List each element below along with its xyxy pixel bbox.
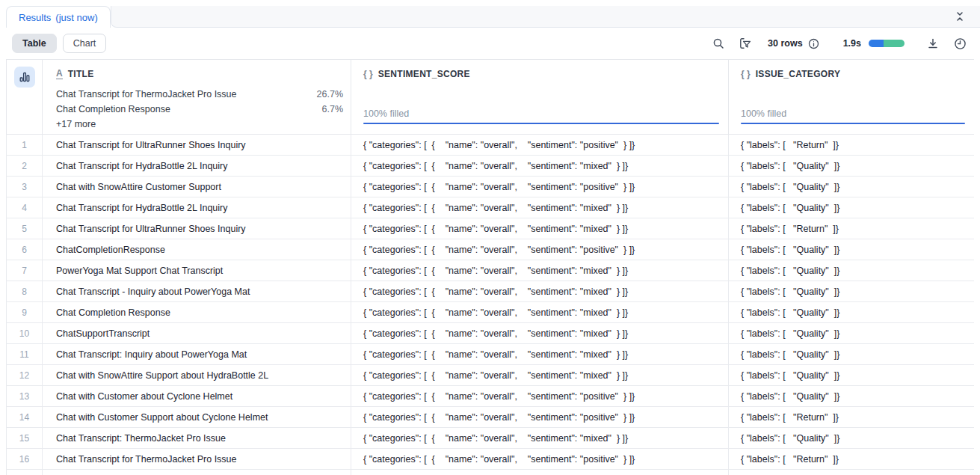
table-row[interactable]: 3 Chat with SnowAttire Customer Support … (6, 177, 974, 197)
title-cell[interactable]: PowerYoga Mat Support Chat Transcript (43, 260, 351, 281)
table-body: 1 Chat Transcript for UltraRunner Shoes … (6, 135, 974, 470)
tab-strip-filler (111, 6, 980, 28)
table-row[interactable]: 12 Chat with SnowAttire Support about Hy… (6, 365, 974, 386)
title-cell[interactable]: Chat Transcript for UltraRunner Shoes In… (43, 218, 351, 239)
category-cell[interactable]: { "labels": [ "Return" ]} (729, 218, 974, 239)
column-title-label: TITLE (68, 69, 94, 79)
tab-results-timestamp: (just now) (55, 12, 97, 23)
table-row[interactable]: 13 Chat with Customer about Cyclone Helm… (6, 386, 974, 407)
table-row[interactable]: 14 Chat with Customer Support about Cycl… (6, 407, 974, 428)
title-cell[interactable]: Chat with Customer about Cyclone Helmet (43, 386, 351, 406)
sentiment-cell[interactable]: { "categories": [ { "name": "overall", "… (351, 218, 729, 239)
sentiment-cell[interactable]: { "categories": [ { "name": "overall", "… (351, 407, 729, 427)
row-number-cell: 16 (6, 449, 43, 469)
row-number-cell: 9 (6, 302, 43, 322)
row-number-header (6, 60, 43, 134)
title-cell[interactable]: Chat Completion Response (43, 302, 351, 322)
sentiment-cell[interactable]: { "categories": [ { "name": "overall", "… (351, 428, 729, 448)
column-header-title[interactable]: A TITLE Chat Transcript for ThermoJacket… (43, 60, 351, 134)
sentiment-cell[interactable]: { "categories": [ { "name": "overall", "… (351, 386, 729, 406)
stat-line[interactable]: Chat Completion Response 6.7% (56, 102, 343, 117)
category-cell[interactable]: { "labels": [ "Quality" ]} (729, 177, 974, 197)
column-header-issue-category[interactable]: { } ISSUE_CATEGORY 100% filled (729, 60, 974, 134)
row-count-info-button[interactable] (807, 37, 821, 51)
sentiment-cell[interactable]: { "categories": [ { "name": "overall", "… (351, 260, 729, 281)
column-stats-toggle-button[interactable] (14, 67, 35, 88)
title-cell[interactable]: Chat Transcript for HydraBottle 2L Inqui… (43, 156, 351, 176)
title-cell[interactable]: ChatSupportTranscript (43, 323, 351, 343)
table-row[interactable]: 2 Chat Transcript for HydraBottle 2L Inq… (6, 156, 974, 177)
category-cell[interactable]: { "labels": [ "Quality" ]} (729, 302, 974, 322)
row-number-cell: 14 (6, 407, 43, 427)
category-cell[interactable]: { "labels": [ "Quality" ]} (729, 365, 974, 385)
query-progress-bar[interactable] (869, 40, 905, 47)
stats-more-link[interactable]: +17 more (56, 117, 343, 132)
category-cell[interactable]: { "labels": [ "Return" ]} (729, 135, 974, 155)
title-cell[interactable]: Chat with SnowAttire Support about Hydra… (43, 365, 351, 385)
chart-view-button[interactable]: Chart (63, 34, 107, 53)
category-cell[interactable]: { "labels": [ "Quality" ]} (729, 239, 974, 260)
sentiment-cell[interactable]: { "categories": [ { "name": "overall", "… (351, 302, 729, 322)
title-column-stats: Chat Transcript for ThermoJacket Pro Iss… (43, 79, 351, 132)
title-cell[interactable]: Chat Transcript for HydraBottle 2L Inqui… (43, 197, 351, 218)
sentiment-cell[interactable]: { "categories": [ { "name": "overall", "… (351, 449, 729, 469)
table-view-button[interactable]: Table (12, 34, 57, 53)
sentiment-cell[interactable]: { "categories": [ { "name": "overall", "… (351, 365, 729, 385)
sentiment-cell[interactable]: { "categories": [ { "name": "overall", "… (351, 135, 729, 155)
object-type-icon: { } (741, 70, 751, 79)
table-row[interactable]: 9 Chat Completion Response { "categories… (6, 302, 974, 323)
collapse-panel-button[interactable] (953, 10, 967, 23)
category-cell[interactable]: { "labels": [ "Return" ]} (729, 449, 974, 469)
title-cell[interactable]: Chat with SnowAttire Customer Support (43, 177, 351, 197)
category-cell[interactable]: { "labels": [ "Quality" ]} (729, 197, 974, 218)
title-cell[interactable]: Chat with Customer Support about Cyclone… (43, 407, 351, 427)
sentiment-cell[interactable]: { "categories": [ { "name": "overall", "… (351, 156, 729, 176)
category-cell[interactable]: { "labels": [ "Quality" ]} (729, 323, 974, 343)
download-results-button[interactable] (924, 34, 942, 52)
sentiment-cell[interactable]: { "categories": [ { "name": "overall", "… (351, 281, 729, 301)
query-history-button[interactable] (951, 34, 970, 53)
table-row[interactable]: 5 Chat Transcript for UltraRunner Shoes … (6, 218, 974, 239)
title-cell[interactable]: Chat Transcript: ThermoJacket Pro Issue (43, 428, 351, 448)
sentiment-cell[interactable]: { "categories": [ { "name": "overall", "… (351, 197, 729, 218)
column-header-sentiment-score[interactable]: { } SENTIMENT_SCORE 100% filled (351, 60, 729, 134)
category-cell[interactable]: { "labels": [ "Quality" ]} (729, 156, 974, 176)
category-cell[interactable]: { "labels": [ "Quality" ]} (729, 344, 974, 364)
table-row[interactable]: 7 PowerYoga Mat Support Chat Transcript … (6, 260, 974, 281)
search-icon (712, 37, 724, 49)
title-cell[interactable]: Chat Transcript for UltraRunner Shoes In… (43, 135, 351, 155)
view-toggle: Table Chart (12, 34, 106, 53)
row-number-cell: 5 (6, 218, 43, 239)
category-cell[interactable]: { "labels": [ "Return" ]} (729, 407, 974, 427)
search-button[interactable] (709, 34, 727, 52)
title-cell[interactable]: Chat Transcript: Inquiry about PowerYoga… (43, 344, 351, 364)
stat-line[interactable]: Chat Transcript for ThermoJacket Pro Iss… (56, 87, 343, 102)
row-number-cell: 12 (6, 365, 43, 385)
sentiment-cell[interactable]: { "categories": [ { "name": "overall", "… (351, 239, 729, 260)
table-row[interactable]: 15 Chat Transcript: ThermoJacket Pro Iss… (6, 428, 974, 449)
sentiment-cell[interactable]: { "categories": [ { "name": "overall", "… (351, 323, 729, 343)
row-number-cell: 11 (6, 344, 43, 364)
sentiment-cell[interactable]: { "categories": [ { "name": "overall", "… (351, 344, 729, 364)
category-cell[interactable]: { "labels": [ "Quality" ]} (729, 260, 974, 281)
table-row[interactable]: 8 Chat Transcript - Inquiry about PowerY… (6, 281, 974, 302)
category-cell[interactable]: { "labels": [ "Quality" ]} (729, 386, 974, 406)
sentiment-cell[interactable]: { "categories": [ { "name": "overall", "… (351, 177, 729, 197)
table-row[interactable]: 11 Chat Transcript: Inquiry about PowerY… (6, 344, 974, 365)
table-row[interactable]: 10 ChatSupportTranscript { "categories":… (6, 323, 974, 344)
table-row[interactable]: 4 Chat Transcript for HydraBottle 2L Inq… (6, 197, 974, 218)
table-row[interactable]: 16 Chat Transcript for ThermoJacket Pro … (6, 449, 974, 470)
collapse-icon (955, 11, 965, 22)
table-row[interactable]: 6 ChatCompletionResponse { "categories":… (6, 239, 974, 260)
category-cell[interactable]: { "labels": [ "Quality" ]} (729, 428, 974, 448)
sentiment-filled-stat: 100% filled (363, 108, 719, 124)
tab-results[interactable]: Results (just now) (6, 6, 111, 28)
table-row[interactable]: 1 Chat Transcript for UltraRunner Shoes … (6, 135, 974, 156)
results-table: A TITLE Chat Transcript for ThermoJacket… (6, 59, 974, 475)
filter-button[interactable] (736, 34, 754, 52)
title-cell[interactable]: ChatCompletionResponse (43, 239, 351, 260)
title-cell[interactable]: Chat Transcript - Inquiry about PowerYog… (43, 281, 351, 301)
title-cell[interactable]: Chat Transcript for ThermoJacket Pro Iss… (43, 449, 351, 469)
category-cell[interactable]: { "labels": [ "Quality" ]} (729, 281, 974, 301)
row-number-cell: 4 (6, 197, 43, 218)
